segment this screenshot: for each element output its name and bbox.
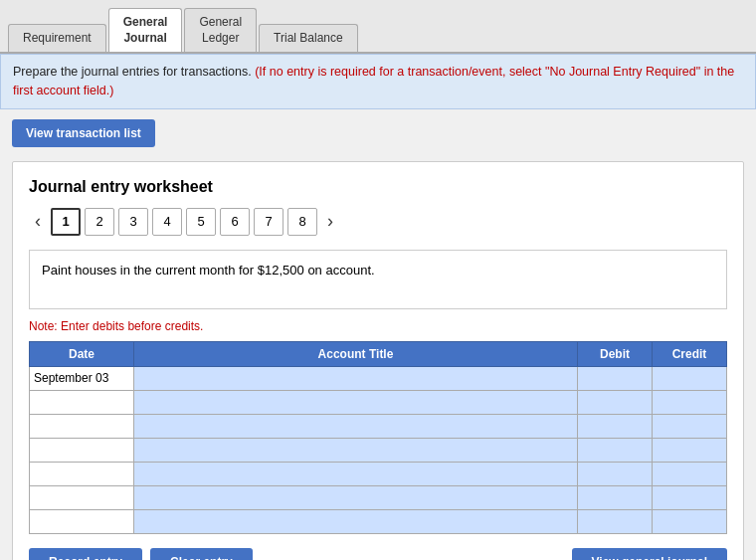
page-btn-2[interactable]: 2 bbox=[85, 208, 114, 236]
entry-table: Date Account Title Debit Credit Septembe… bbox=[29, 341, 727, 534]
account-input-6[interactable] bbox=[134, 485, 578, 509]
account-input-1[interactable] bbox=[134, 366, 578, 390]
table-row bbox=[30, 414, 727, 438]
credit-input-2[interactable] bbox=[653, 390, 727, 414]
page-btn-6[interactable]: 6 bbox=[220, 208, 250, 236]
date-cell-1: September 03 bbox=[30, 366, 134, 390]
page-btn-7[interactable]: 7 bbox=[254, 208, 284, 236]
tab-general-ledger[interactable]: GeneralLedger bbox=[184, 8, 257, 52]
date-cell-7 bbox=[30, 509, 134, 533]
account-input-4[interactable] bbox=[134, 438, 578, 462]
table-row bbox=[30, 390, 727, 414]
date-cell-5 bbox=[30, 462, 134, 485]
col-header-date: Date bbox=[30, 341, 134, 366]
page-navigation: ‹ 1 2 3 4 5 6 7 8 › bbox=[29, 208, 727, 236]
date-cell-3 bbox=[30, 414, 134, 438]
page-btn-3[interactable]: 3 bbox=[118, 208, 148, 236]
view-transaction-button[interactable]: View transaction list bbox=[12, 119, 155, 147]
view-general-journal-button[interactable]: View general journal bbox=[572, 548, 727, 560]
credit-input-5[interactable] bbox=[653, 462, 727, 485]
debit-input-5[interactable] bbox=[578, 462, 653, 485]
page-btn-8[interactable]: 8 bbox=[287, 208, 317, 236]
note-text: Note: Enter debits before credits. bbox=[29, 319, 727, 333]
account-input-3[interactable] bbox=[134, 414, 578, 438]
tabs-bar: Requirement GeneralJournal GeneralLedger… bbox=[0, 0, 756, 54]
credit-input-4[interactable] bbox=[653, 438, 727, 462]
account-input-7[interactable] bbox=[134, 509, 578, 533]
date-cell-2 bbox=[30, 390, 134, 414]
table-row: September 03 bbox=[30, 366, 727, 390]
next-page-arrow[interactable]: › bbox=[321, 209, 339, 234]
account-input-2[interactable] bbox=[134, 390, 578, 414]
col-header-debit: Debit bbox=[578, 341, 653, 366]
tab-requirement[interactable]: Requirement bbox=[8, 24, 106, 53]
prev-page-arrow[interactable]: ‹ bbox=[29, 209, 47, 234]
credit-input-7[interactable] bbox=[653, 509, 727, 533]
debit-input-6[interactable] bbox=[578, 485, 653, 509]
tab-trial-balance[interactable]: Trial Balance bbox=[259, 24, 358, 53]
debit-input-2[interactable] bbox=[578, 390, 653, 414]
account-input-5[interactable] bbox=[134, 462, 578, 485]
debit-input-1[interactable] bbox=[578, 366, 653, 390]
page-btn-1[interactable]: 1 bbox=[51, 208, 81, 236]
info-bar: Prepare the journal entries for transact… bbox=[0, 54, 756, 109]
worksheet-title: Journal entry worksheet bbox=[29, 178, 727, 196]
clear-entry-button[interactable]: Clear entry bbox=[150, 548, 253, 560]
date-cell-6 bbox=[30, 485, 134, 509]
table-row bbox=[30, 485, 727, 509]
page-btn-5[interactable]: 5 bbox=[186, 208, 216, 236]
description-text: Paint houses in the current month for $1… bbox=[42, 263, 375, 278]
credit-input-3[interactable] bbox=[653, 414, 727, 438]
page-btn-4[interactable]: 4 bbox=[152, 208, 182, 236]
table-row bbox=[30, 509, 727, 533]
col-header-credit: Credit bbox=[653, 341, 727, 366]
action-buttons-row: Record entry Clear entry View general jo… bbox=[29, 548, 727, 560]
debit-input-7[interactable] bbox=[578, 509, 653, 533]
table-row bbox=[30, 462, 727, 485]
description-box: Paint houses in the current month for $1… bbox=[29, 250, 727, 309]
table-row bbox=[30, 438, 727, 462]
credit-input-6[interactable] bbox=[653, 485, 727, 509]
tab-general-journal[interactable]: GeneralJournal bbox=[108, 8, 183, 52]
date-cell-4 bbox=[30, 438, 134, 462]
col-header-account: Account Title bbox=[134, 341, 578, 366]
record-entry-button[interactable]: Record entry bbox=[29, 548, 142, 560]
info-main-text: Prepare the journal entries for transact… bbox=[13, 65, 252, 79]
worksheet-card: Journal entry worksheet ‹ 1 2 3 4 5 6 7 … bbox=[12, 161, 744, 560]
debit-input-4[interactable] bbox=[578, 438, 653, 462]
debit-input-3[interactable] bbox=[578, 414, 653, 438]
credit-input-1[interactable] bbox=[653, 366, 727, 390]
left-buttons: Record entry Clear entry bbox=[29, 548, 253, 560]
